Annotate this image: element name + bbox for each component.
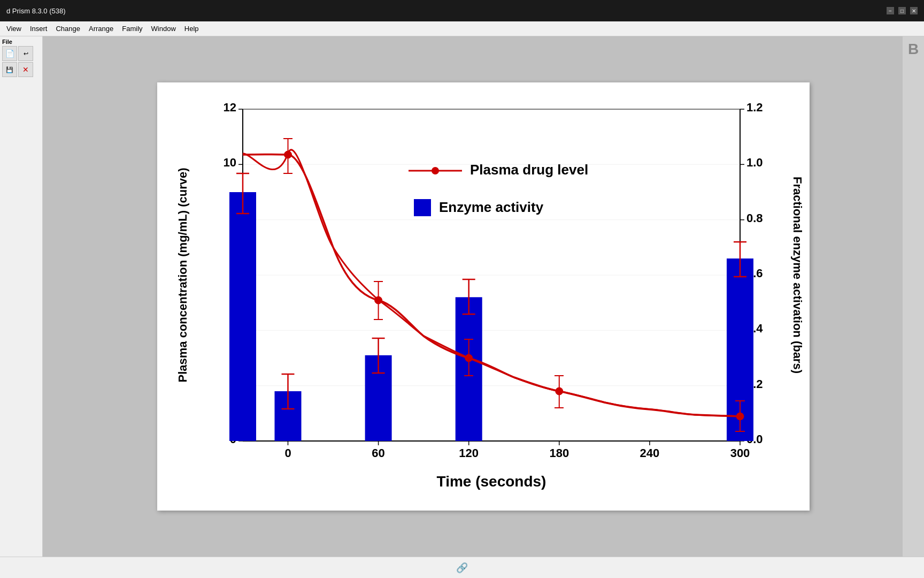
svg-text:12: 12 xyxy=(224,101,236,114)
y-right-axis-title: Fractional enzyme activation (bars) xyxy=(791,177,804,374)
chart-svg: 0 60 120 180 240 300 0 2 4 6 8 10 12 xyxy=(157,82,810,511)
svg-text:1.2: 1.2 xyxy=(746,101,763,114)
menu-arrange[interactable]: Arrange xyxy=(84,24,118,34)
file-label: File xyxy=(2,39,40,45)
toolbar: File 📄 ↩ 💾 ✕ xyxy=(0,36,43,557)
right-panel-label: B xyxy=(908,41,919,58)
toolbar-icon-new[interactable]: 📄 xyxy=(2,46,17,61)
legend-enzyme-icon xyxy=(414,199,431,216)
window-controls: − □ ✕ xyxy=(887,7,918,14)
plasma-curve-2 xyxy=(243,155,740,417)
status-bar: 🔗 xyxy=(0,557,924,578)
legend-enzyme-label: Enzyme activity xyxy=(439,199,544,215)
svg-point-83 xyxy=(432,167,439,174)
menu-family[interactable]: Family xyxy=(118,24,147,34)
svg-text:120: 120 xyxy=(459,446,479,460)
legend-plasma-label: Plasma drug level xyxy=(470,162,588,178)
svg-text:300: 300 xyxy=(730,446,750,460)
toolbar-icon-close[interactable]: ✕ xyxy=(18,62,33,77)
svg-text:60: 60 xyxy=(372,446,384,460)
main-content: 0 60 120 180 240 300 0 2 4 6 8 10 12 xyxy=(43,36,924,557)
svg-text:240: 240 xyxy=(640,446,660,460)
svg-text:180: 180 xyxy=(549,446,569,460)
menu-view[interactable]: View xyxy=(2,24,26,34)
svg-text:0.8: 0.8 xyxy=(746,211,763,225)
menu-window[interactable]: Window xyxy=(147,24,180,34)
right-panel: B xyxy=(903,36,924,557)
svg-text:0: 0 xyxy=(284,446,291,460)
toolbar-row-2: 💾 ✕ xyxy=(2,62,40,77)
minimize-button[interactable]: − xyxy=(887,7,894,14)
plasma-curve xyxy=(243,150,740,416)
toolbar-row-1: 📄 ↩ xyxy=(2,46,40,61)
menu-help[interactable]: Help xyxy=(180,24,203,34)
menu-insert[interactable]: Insert xyxy=(26,24,52,34)
chart-container: 0 60 120 180 240 300 0 2 4 6 8 10 12 xyxy=(157,82,810,511)
toolbar-icon-undo[interactable]: ↩ xyxy=(18,46,33,61)
maximize-button[interactable]: □ xyxy=(898,7,906,14)
x-axis-title: Time (seconds) xyxy=(437,473,546,490)
toolbar-icon-save[interactable]: 💾 xyxy=(2,62,17,77)
menu-change[interactable]: Change xyxy=(51,24,84,34)
bar-minus30 xyxy=(229,192,256,441)
close-button[interactable]: ✕ xyxy=(910,7,918,14)
menu-bar: View Insert Change Arrange Family Window… xyxy=(0,21,924,36)
status-icon: 🔗 xyxy=(456,562,468,574)
svg-text:1.0: 1.0 xyxy=(746,156,763,169)
svg-text:10: 10 xyxy=(224,156,236,169)
title-bar: d Prism 8.3.0 (538) − □ ✕ xyxy=(0,0,924,21)
y-left-axis-title: Plasma concentration (mg/mL) (curve) xyxy=(176,168,189,383)
app-title: d Prism 8.3.0 (538) xyxy=(6,7,66,15)
